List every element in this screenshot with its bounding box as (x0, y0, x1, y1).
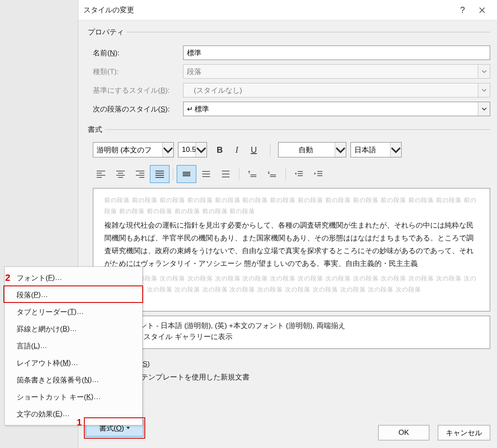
separator (239, 168, 239, 180)
summary-line-1: +本文のフォント - 日本語 (游明朝), (英) +本文のフォント (游明朝)… (99, 320, 484, 331)
type-combo: 段落 (183, 64, 490, 79)
paragraph-toolbar (85, 163, 490, 188)
language-combo[interactable]: 日本語 (350, 142, 402, 157)
font-color-combo[interactable]: 自動 (278, 142, 346, 157)
format-group: 書式 游明朝 (本文のフ 10.5 B I U 自動 (85, 125, 490, 385)
menu-font[interactable]: フォント(F)… (5, 269, 142, 286)
menu-frame[interactable]: レイアウト枠(M)… (5, 354, 142, 371)
bold-button[interactable]: B (211, 142, 228, 157)
name-input[interactable] (183, 46, 490, 60)
properties-group: プロパティ 名前(N): 種類(T): 段落 基準にするスタイル(B): (85, 27, 490, 120)
template-radio-label: このテンプレートを使用した新規文書 (126, 372, 250, 382)
preview-body-text: 複雑な現代社会の運転に指針を見出す必要からして、各種の調査研究機関が生まれたが、… (104, 219, 479, 270)
next-style-value: 標準 (195, 104, 209, 114)
summary-line-2: 行, スタイル: スタイル ギャラリーに表示 (99, 331, 484, 342)
type-value: 段落 (187, 67, 201, 77)
align-right-button[interactable] (130, 165, 150, 183)
separator (270, 143, 270, 156)
menu-shortcut[interactable]: ショートカット キー(K)… (5, 388, 142, 405)
options-area: リーに追加(S) D) このテンプレートを使用した新規文書 (85, 352, 490, 382)
dialog-title: スタイルの変更 (83, 5, 453, 15)
name-label: 名前(N): (85, 48, 183, 58)
chevron-down-icon[interactable] (390, 143, 401, 157)
format-toolbar: 游明朝 (本文のフ 10.5 B I U 自動 日本 (85, 139, 490, 163)
help-button[interactable]: ? (453, 0, 472, 20)
chevron-down-icon[interactable] (478, 83, 490, 97)
format-popup-menu: フォント(F)… 段落(P)… タブとリーダー(T)… 罫線と網かけ(B)… 言… (4, 266, 143, 425)
font-combo[interactable]: 游明朝 (本文のフ (93, 142, 174, 157)
italic-button[interactable]: I (228, 142, 245, 157)
menu-numbering[interactable]: 箇条書きと段落番号(N)… (5, 371, 142, 388)
based-on-label: 基準にするスタイル(B): (85, 86, 183, 95)
preview-prev-ghost: 前の段落 前の段落 前の段落 前の段落 前の段落 前の段落 前の段落 前の段落 … (104, 194, 479, 217)
format-legend: 書式 (85, 125, 105, 134)
properties-legend: プロパティ (85, 27, 126, 37)
chevron-down-icon[interactable] (195, 143, 207, 157)
align-left-button[interactable] (91, 165, 111, 183)
space-before-dec-button[interactable] (262, 165, 282, 183)
linespacing-1-5-button[interactable] (196, 165, 216, 183)
preview-next-ghost: 次の段落 次の段落 次の段落 次の段落 次の段落 次の段落 次の段落 次の段落 … (104, 273, 479, 295)
chevron-down-icon[interactable] (335, 143, 346, 157)
type-label: 種類(T): (85, 67, 183, 77)
dropdown-triangle-icon (126, 427, 130, 429)
separator (173, 168, 173, 180)
font-size-combo[interactable]: 10.5 (178, 142, 207, 157)
align-justify-button[interactable] (150, 165, 169, 183)
based-on-value: (スタイルなし) (187, 86, 242, 95)
cancel-button[interactable]: キャンセル (438, 425, 490, 440)
chevron-down-icon (478, 65, 490, 78)
ok-button[interactable]: OK (378, 425, 429, 440)
based-on-combo[interactable]: (スタイルなし) (183, 83, 490, 97)
chevron-down-icon[interactable] (162, 143, 173, 157)
underline-button[interactable]: U (245, 142, 262, 157)
menu-paragraph[interactable]: 段落(P)… (5, 286, 142, 303)
menu-tabs[interactable]: タブとリーダー(T)… (5, 303, 142, 320)
style-summary: +本文のフォント - 日本語 (游明朝), (英) +本文のフォント (游明朝)… (93, 316, 490, 349)
menu-borders[interactable]: 罫線と網かけ(B)… (5, 320, 142, 337)
close-button[interactable] (472, 0, 492, 20)
next-style-combo[interactable]: ↵ 標準 (183, 102, 490, 116)
next-style-label: 次の段落のスタイル(S): (85, 104, 183, 114)
menu-language[interactable]: 言語(L)… (5, 337, 142, 354)
menu-texteffect[interactable]: 文字の効果(E)… (5, 405, 142, 422)
space-before-inc-button[interactable] (243, 165, 262, 183)
indent-decrease-button[interactable] (289, 165, 309, 183)
linespacing-2-button[interactable] (216, 165, 236, 183)
chevron-down-icon[interactable] (478, 102, 490, 116)
paragraph-mark-icon: ↵ (187, 105, 193, 114)
separator (285, 168, 286, 180)
indent-increase-button[interactable] (309, 165, 328, 183)
linespacing-1-button[interactable] (177, 165, 196, 183)
titlebar: スタイルの変更 ? (78, 0, 497, 20)
align-center-button[interactable] (111, 165, 130, 183)
style-preview: 前の段落 前の段落 前の段落 前の段落 前の段落 前の段落 前の段落 前の段落 … (93, 188, 490, 311)
